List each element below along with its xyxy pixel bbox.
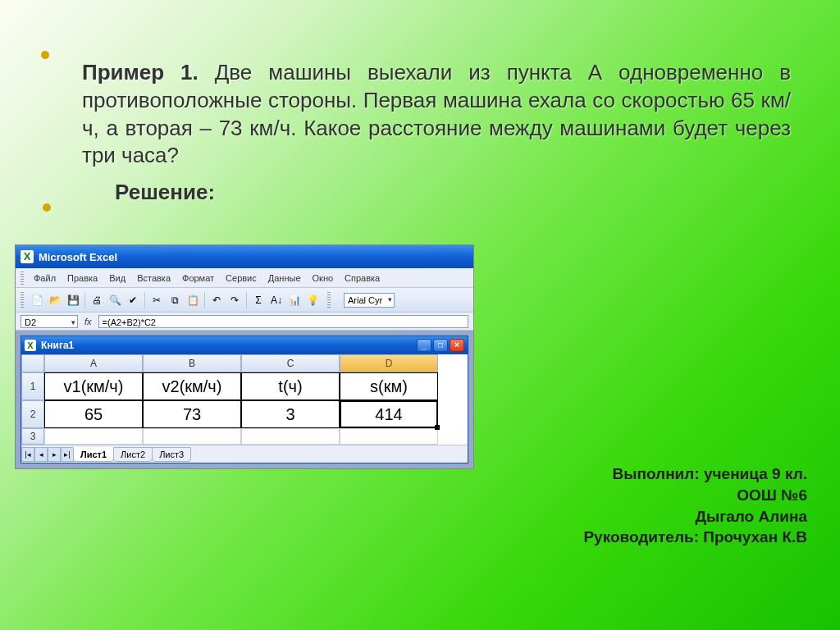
cell-c2[interactable]: 3 — [241, 400, 340, 428]
minimize-button[interactable]: _ — [417, 339, 431, 352]
toolbar: 📄 📂 💾 🖨 🔍 ✔ ✂ ⧉ 📋 ↶ ↷ Σ A↓ 📊 💡 Arial Cyr — [16, 288, 473, 313]
workbook-titlebar[interactable]: X Книга1 _ □ × — [21, 336, 468, 354]
credit-line: Выполнил: ученица 9 кл. — [583, 463, 807, 485]
menu-help[interactable]: Справка — [340, 272, 385, 285]
sort-icon[interactable]: A↓ — [268, 292, 285, 308]
cell-a3[interactable] — [44, 428, 143, 445]
col-header-b[interactable]: B — [143, 354, 241, 372]
redo-icon[interactable]: ↷ — [226, 292, 243, 308]
save-icon[interactable]: 💾 — [65, 292, 81, 308]
separator-icon — [204, 292, 205, 308]
undo-icon[interactable]: ↶ — [208, 292, 225, 308]
sheet-tab-1[interactable]: Лист1 — [73, 447, 114, 462]
titlebar[interactable]: X Microsoft Excel — [16, 245, 473, 268]
fx-icon[interactable]: fx — [83, 317, 94, 326]
sum-icon[interactable]: Σ — [250, 292, 267, 308]
menu-window[interactable]: Окно — [308, 272, 339, 285]
cell-d2[interactable]: 414 — [340, 400, 438, 428]
menu-format[interactable]: Формат — [177, 272, 219, 285]
separator-icon — [144, 292, 145, 308]
open-icon[interactable]: 📂 — [47, 292, 63, 308]
credit-line: Руководитель: Прочухан К.В — [583, 527, 807, 548]
menu-insert[interactable]: Вставка — [132, 272, 176, 285]
font-selector[interactable]: Arial Cyr — [344, 293, 395, 308]
credit-line: ООШ №6 — [583, 485, 807, 506]
row-header-3[interactable]: 3 — [21, 428, 44, 445]
chart-icon[interactable]: 📊 — [286, 292, 303, 308]
sheet-tab-3[interactable]: Лист3 — [152, 447, 191, 462]
separator-icon — [246, 292, 247, 308]
cell-b3[interactable] — [143, 428, 241, 445]
tab-nav-last[interactable]: ▸| — [61, 447, 74, 462]
cell-d3[interactable] — [340, 428, 438, 445]
workbook-title: Книга1 — [41, 340, 74, 351]
select-all-corner[interactable] — [21, 354, 44, 372]
paste-icon[interactable]: 📋 — [185, 292, 201, 308]
menu-file[interactable]: Файл — [29, 272, 61, 285]
menubar: Файл Правка Вид Вставка Формат Сервис Да… — [16, 268, 473, 288]
bullet-icon — [43, 203, 51, 212]
excel-window: X Microsoft Excel Файл Правка Вид Вставк… — [15, 244, 474, 469]
spreadsheet-grid: A B C D 1 v1(км/ч) v2(км/ч) t(ч) s(км) 2… — [21, 354, 468, 445]
excel-icon: X — [25, 340, 36, 351]
tab-nav-next[interactable]: ▸ — [48, 447, 61, 462]
problem-text: Пример 1. Две машины выехали из пункта А… — [82, 59, 791, 170]
preview-icon[interactable]: 🔍 — [107, 292, 123, 308]
cell-d1[interactable]: s(км) — [340, 372, 438, 400]
col-header-c[interactable]: C — [241, 354, 340, 372]
menu-data[interactable]: Данные — [263, 272, 306, 285]
grip-icon[interactable] — [21, 272, 24, 285]
tab-nav-prev[interactable]: ◂ — [34, 447, 48, 462]
formula-input[interactable]: =(A2+B2)*C2 — [98, 315, 468, 328]
cell-b2[interactable]: 73 — [143, 400, 241, 428]
tab-nav-first[interactable]: |◂ — [21, 447, 34, 462]
bullet-icon — [41, 51, 49, 59]
name-box[interactable]: D2 — [21, 315, 78, 328]
spell-icon[interactable]: ✔ — [125, 292, 141, 308]
mdi-area: X Книга1 _ □ × A B C D 1 v1(км/ч) v2( — [16, 331, 473, 468]
problem-title: Пример 1. — [82, 60, 199, 84]
grip-icon[interactable] — [21, 292, 24, 308]
maximize-button[interactable]: □ — [433, 339, 448, 352]
cell-a1[interactable]: v1(км/ч) — [44, 372, 143, 400]
cut-icon[interactable]: ✂ — [148, 292, 165, 308]
print-icon[interactable]: 🖨 — [89, 292, 105, 308]
cell-b1[interactable]: v2(км/ч) — [143, 372, 241, 400]
credit-line: Дыгало Алина — [583, 506, 807, 527]
cell-c1[interactable]: t(ч) — [241, 372, 340, 400]
app-title: Microsoft Excel — [39, 251, 117, 263]
col-header-d[interactable]: D — [340, 354, 438, 372]
cell-a2[interactable]: 65 — [44, 400, 143, 428]
menu-view[interactable]: Вид — [104, 272, 130, 285]
menu-edit[interactable]: Правка — [62, 272, 103, 285]
close-button[interactable]: × — [450, 339, 464, 352]
copy-icon[interactable]: ⧉ — [167, 292, 183, 308]
solution-label: Решение: — [115, 180, 799, 205]
credits: Выполнил: ученица 9 кл. ООШ №6 Дыгало Ал… — [583, 463, 807, 548]
formula-bar: D2 fx =(A2+B2)*C2 — [16, 313, 473, 331]
cell-c3[interactable] — [241, 428, 340, 445]
new-doc-icon[interactable]: 📄 — [29, 292, 45, 308]
sheet-tabs: |◂ ◂ ▸ ▸| Лист1 Лист2 Лист3 — [21, 445, 468, 463]
separator-icon — [84, 292, 85, 308]
menu-tools[interactable]: Сервис — [221, 272, 262, 285]
excel-icon: X — [21, 250, 34, 263]
help-icon[interactable]: 💡 — [304, 292, 321, 308]
workbook-window: X Книга1 _ □ × A B C D 1 v1(км/ч) v2( — [21, 336, 468, 463]
row-header-2[interactable]: 2 — [21, 400, 44, 428]
row-header-1[interactable]: 1 — [21, 372, 44, 400]
grip-icon[interactable] — [327, 292, 331, 308]
col-header-a[interactable]: A — [44, 354, 143, 372]
sheet-tab-2[interactable]: Лист2 — [113, 447, 153, 462]
